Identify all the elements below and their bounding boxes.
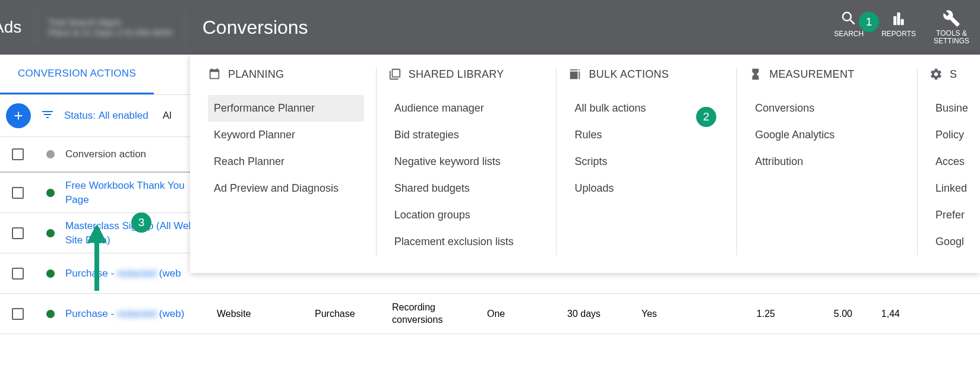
status-header-dot bbox=[46, 150, 55, 158]
cell-category: Purchase bbox=[315, 309, 392, 319]
menu-preferences[interactable]: Prefer bbox=[930, 202, 974, 228]
menu-col-measurement: MEASUREMENT Conversions Google Analytics… bbox=[737, 68, 918, 255]
status-prefix: Status: bbox=[64, 110, 99, 121]
account-selector[interactable]: Trial Search Mgmt Plans & 21 Days 173-26… bbox=[36, 9, 184, 45]
logo: Ads bbox=[0, 18, 36, 37]
search-label: SEARCH bbox=[834, 30, 864, 38]
menu-location-groups[interactable]: Location groups bbox=[388, 202, 545, 228]
menu-heading-shared: SHARED LIBRARY bbox=[388, 68, 545, 81]
status-filter[interactable]: Status: All enabled bbox=[64, 110, 148, 122]
menu-business[interactable]: Busine bbox=[930, 95, 974, 122]
row-checkbox[interactable] bbox=[12, 268, 24, 280]
menu-access[interactable]: Acces bbox=[930, 148, 974, 175]
menu-audience-manager[interactable]: Audience manager bbox=[388, 95, 545, 122]
library-icon bbox=[388, 68, 402, 81]
menu-linked[interactable]: Linked bbox=[930, 175, 974, 202]
tools-megamenu: PLANNING Performance Planner Keyword Pla… bbox=[190, 55, 980, 273]
menu-uploads[interactable]: Uploads bbox=[568, 175, 725, 202]
search-button[interactable]: SEARCH bbox=[834, 9, 864, 45]
menu-heading-measurement: MEASUREMENT bbox=[749, 68, 905, 81]
search-icon bbox=[840, 9, 858, 27]
plus-icon bbox=[12, 109, 25, 122]
cell-source: Website bbox=[217, 309, 315, 319]
menu-scripts[interactable]: Scripts bbox=[568, 148, 725, 175]
cell-include: Yes bbox=[641, 309, 704, 319]
menu-col-planning: PLANNING Performance Planner Keyword Pla… bbox=[196, 68, 377, 255]
menu-policy[interactable]: Policy bbox=[930, 122, 974, 148]
menu-col-setup: S Busine Policy Acces Linked Prefer Goog… bbox=[918, 68, 974, 255]
status-enabled-dot bbox=[46, 229, 55, 237]
filter-all[interactable]: Al bbox=[163, 110, 172, 122]
account-name: Trial Search Mgmt bbox=[48, 17, 172, 27]
row-checkbox[interactable] bbox=[12, 227, 24, 239]
annotation-badge-1: 1 bbox=[859, 12, 879, 32]
conversion-link[interactable]: Purchase - redacted (web) bbox=[65, 307, 217, 321]
table-row: Purchase - redacted (web) Website Purcha… bbox=[0, 294, 980, 334]
menu-keyword-planner[interactable]: Keyword Planner bbox=[208, 122, 364, 148]
calendar-icon bbox=[208, 68, 221, 81]
status-enabled-dot bbox=[46, 189, 55, 197]
stack-icon bbox=[568, 68, 581, 81]
menu-heading-planning: PLANNING bbox=[208, 68, 364, 81]
tools-label: TOOLS & SETTINGS bbox=[934, 30, 969, 45]
menu-negative-keywords[interactable]: Negative keyword lists bbox=[388, 148, 545, 175]
app-header: Ads Trial Search Mgmt Plans & 21 Days 17… bbox=[0, 0, 980, 55]
tab-conversion-actions[interactable]: CONVERSION ACTIONS bbox=[0, 55, 154, 94]
status-enabled-dot bbox=[46, 310, 55, 318]
select-all-checkbox[interactable] bbox=[12, 148, 24, 160]
cell-window: 30 days bbox=[567, 309, 641, 319]
page-title: Conversions bbox=[203, 17, 308, 39]
wrench-icon bbox=[943, 9, 960, 27]
bar-chart-icon bbox=[890, 9, 908, 27]
menu-placement-exclusion[interactable]: Placement exclusion lists bbox=[388, 228, 545, 255]
menu-reach-planner[interactable]: Reach Planner bbox=[208, 148, 364, 175]
row-checkbox[interactable] bbox=[12, 187, 24, 199]
reports-button[interactable]: REPORTS bbox=[881, 9, 916, 45]
gear-icon bbox=[930, 68, 943, 81]
hourglass-icon bbox=[749, 68, 762, 81]
annotation-arrow-icon bbox=[88, 226, 106, 291]
tools-settings-button[interactable]: TOOLS & SETTINGS bbox=[934, 9, 969, 45]
annotation-badge-2: 2 bbox=[696, 107, 716, 127]
cell-status-text: Recording conversions bbox=[392, 301, 487, 326]
cell-repeat-rate: 1.25 bbox=[704, 309, 787, 319]
menu-conversions[interactable]: Conversions bbox=[749, 95, 905, 122]
cell-count: One bbox=[487, 309, 567, 319]
cell-last: 1,44 bbox=[864, 309, 900, 319]
add-conversion-button[interactable] bbox=[6, 103, 31, 128]
menu-google-analytics[interactable]: Google Analytics bbox=[749, 122, 905, 148]
menu-col-bulk: BULK ACTIONS All bulk actions Rules Scri… bbox=[557, 68, 737, 255]
reports-label: REPORTS bbox=[881, 30, 916, 38]
account-id: Plans & 21 Days 173-263-4643 bbox=[48, 27, 172, 37]
menu-ad-preview[interactable]: Ad Preview and Diagnosis bbox=[208, 175, 364, 202]
row-checkbox[interactable] bbox=[12, 308, 24, 320]
cell-all-conv: 5.00 bbox=[787, 309, 864, 319]
status-enabled-dot bbox=[46, 269, 55, 278]
menu-shared-budgets[interactable]: Shared budgets bbox=[388, 175, 545, 202]
menu-bid-strategies[interactable]: Bid strategies bbox=[388, 122, 545, 148]
status-value: All enabled bbox=[99, 110, 148, 121]
menu-google[interactable]: Googl bbox=[930, 228, 974, 255]
menu-col-shared: SHARED LIBRARY Audience manager Bid stra… bbox=[377, 68, 557, 255]
menu-attribution[interactable]: Attribution bbox=[749, 148, 905, 175]
filter-button[interactable] bbox=[40, 107, 55, 124]
menu-heading-bulk: BULK ACTIONS bbox=[568, 68, 725, 81]
annotation-badge-3: 3 bbox=[131, 212, 151, 233]
funnel-icon bbox=[40, 107, 55, 122]
menu-heading-setup: S bbox=[930, 68, 974, 81]
menu-performance-planner[interactable]: Performance Planner bbox=[208, 95, 364, 122]
